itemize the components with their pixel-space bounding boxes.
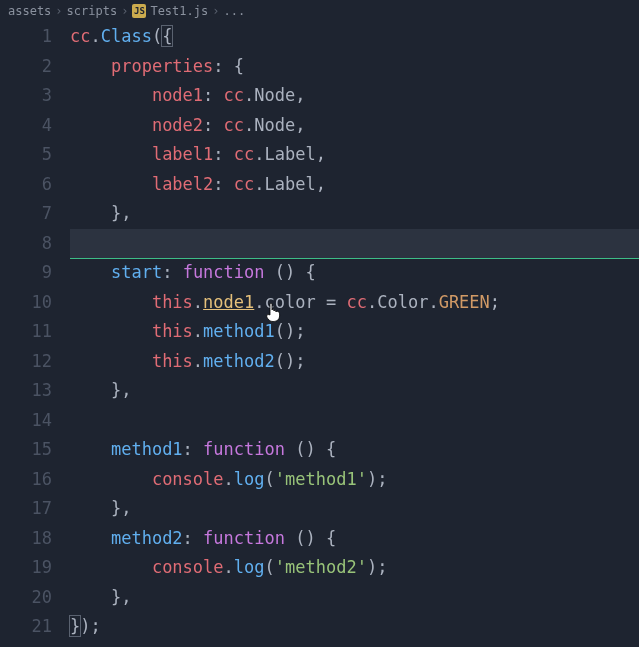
breadcrumb-file[interactable]: Test1.js bbox=[150, 4, 208, 18]
line-number: 1 bbox=[0, 22, 52, 52]
token-property-key: properties bbox=[111, 56, 213, 76]
brace-match: { bbox=[161, 25, 173, 47]
token-method: start bbox=[111, 262, 162, 282]
chevron-right-icon: › bbox=[55, 4, 62, 18]
line-number: 6 bbox=[0, 170, 52, 200]
breadcrumb-segment[interactable]: assets bbox=[8, 4, 51, 18]
code-line[interactable]: }, bbox=[70, 494, 639, 524]
code-line[interactable]: this.method2(); bbox=[70, 347, 639, 377]
token-string: 'method2' bbox=[275, 557, 367, 577]
code-line[interactable] bbox=[70, 406, 639, 436]
token-method: method2 bbox=[111, 528, 183, 548]
goto-definition-link[interactable]: node1 bbox=[203, 292, 254, 312]
token-property-key: label2 bbox=[152, 174, 213, 194]
code-line[interactable]: this.node1.color = cc.Color.GREEN; bbox=[70, 288, 639, 318]
line-number: 9 bbox=[0, 258, 52, 288]
code-line[interactable]: method2: function () { bbox=[70, 524, 639, 554]
token-constant: GREEN bbox=[439, 292, 490, 312]
token-function: Class bbox=[101, 26, 152, 46]
line-number: 14 bbox=[0, 406, 52, 436]
breadcrumb[interactable]: assets › scripts › JS Test1.js › ... bbox=[0, 0, 639, 22]
token-property-key: label1 bbox=[152, 144, 213, 164]
line-number: 20 bbox=[0, 583, 52, 613]
line-number: 7 bbox=[0, 199, 52, 229]
code-line[interactable]: label1: cc.Label, bbox=[70, 140, 639, 170]
code-line[interactable]: this.method1(); bbox=[70, 317, 639, 347]
code-line[interactable]: }, bbox=[70, 583, 639, 613]
line-number: 13 bbox=[0, 376, 52, 406]
line-number: 16 bbox=[0, 465, 52, 495]
line-number: 12 bbox=[0, 347, 52, 377]
line-number-gutter: 1 2 3 4 5 6 7 8 9 10 11 12 13 14 15 16 1… bbox=[0, 22, 70, 647]
code-area[interactable]: cc.Class({ properties: { node1: cc.Node,… bbox=[70, 22, 639, 647]
line-number: 2 bbox=[0, 52, 52, 82]
line-number: 17 bbox=[0, 494, 52, 524]
code-line[interactable]: node1: cc.Node, bbox=[70, 81, 639, 111]
line-number: 21 bbox=[0, 612, 52, 642]
code-line[interactable]: }); bbox=[70, 612, 639, 642]
line-number: 4 bbox=[0, 111, 52, 141]
code-line[interactable]: label2: cc.Label, bbox=[70, 170, 639, 200]
line-number: 10 bbox=[0, 288, 52, 318]
code-line[interactable]: node2: cc.Node, bbox=[70, 111, 639, 141]
token-property-key: node1 bbox=[152, 85, 203, 105]
breadcrumb-overflow[interactable]: ... bbox=[223, 4, 245, 18]
code-line-highlighted[interactable] bbox=[70, 229, 639, 259]
token-method: method1 bbox=[111, 439, 183, 459]
token-property-key: node2 bbox=[152, 115, 203, 135]
js-file-icon: JS bbox=[132, 4, 146, 18]
code-line[interactable]: cc.Class({ bbox=[70, 22, 639, 52]
line-number: 11 bbox=[0, 317, 52, 347]
line-number: 15 bbox=[0, 435, 52, 465]
line-number: 5 bbox=[0, 140, 52, 170]
modified-marker bbox=[70, 258, 639, 259]
code-line[interactable]: console.log('method1'); bbox=[70, 465, 639, 495]
line-number: 3 bbox=[0, 81, 52, 111]
line-number: 18 bbox=[0, 524, 52, 554]
chevron-right-icon: › bbox=[121, 4, 128, 18]
token-string: 'method1' bbox=[275, 469, 367, 489]
code-editor[interactable]: 1 2 3 4 5 6 7 8 9 10 11 12 13 14 15 16 1… bbox=[0, 22, 639, 647]
code-line[interactable]: console.log('method2'); bbox=[70, 553, 639, 583]
chevron-right-icon: › bbox=[212, 4, 219, 18]
code-line[interactable]: }, bbox=[70, 199, 639, 229]
code-line[interactable]: }, bbox=[70, 376, 639, 406]
token-keyword: function bbox=[183, 262, 265, 282]
line-number: 8 bbox=[0, 229, 52, 259]
code-line[interactable]: method1: function () { bbox=[70, 435, 639, 465]
token-variable: cc bbox=[70, 26, 90, 46]
breadcrumb-segment[interactable]: scripts bbox=[67, 4, 118, 18]
code-line[interactable]: properties: { bbox=[70, 52, 639, 82]
code-line[interactable]: start: function () { bbox=[70, 258, 639, 288]
line-number: 19 bbox=[0, 553, 52, 583]
